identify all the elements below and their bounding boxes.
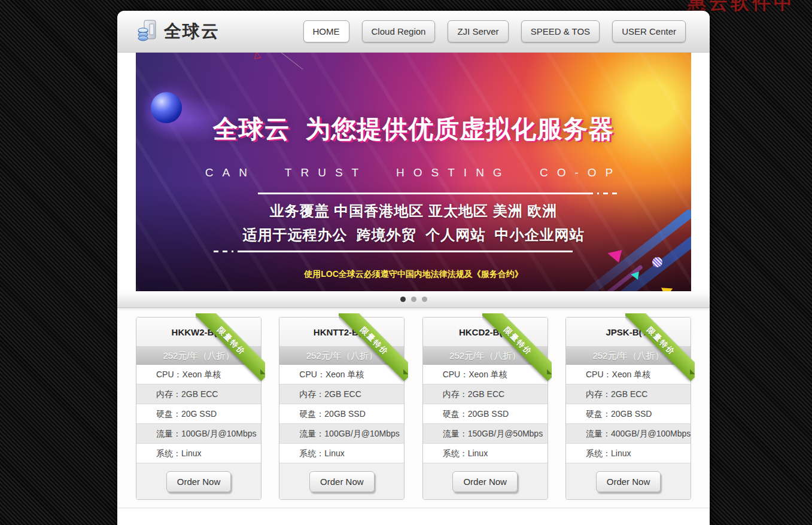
plan-price: 252元/年（八折） bbox=[566, 347, 691, 365]
plan-name: HKCD2-B(Y) bbox=[423, 318, 548, 347]
plan-card-footer: Order Now bbox=[423, 463, 548, 499]
carousel-dots bbox=[117, 291, 710, 308]
yellow-triangle-decoration bbox=[661, 283, 675, 291]
order-now-button[interactable]: Order Now bbox=[596, 471, 661, 492]
plan-spec-row: 系统：Linux bbox=[566, 444, 691, 463]
striped-circle-decoration bbox=[652, 257, 662, 267]
plan-spec-row: 内存：2GB ECC bbox=[566, 384, 691, 404]
site-header: 全球云 HOME Cloud Region ZJI Server SPEED &… bbox=[117, 11, 710, 53]
plan-spec-row: 内存：2GB ECC bbox=[423, 384, 548, 404]
plan-name: HKKW2-B(Y) bbox=[136, 318, 261, 347]
plan-card-jpsk: 限量特价 JPSK-B(Y) 252元/年（八折） CPU：Xeon 单核 内存… bbox=[565, 317, 691, 500]
carousel-dot-2[interactable] bbox=[411, 297, 416, 302]
plan-specs: CPU：Xeon 单核 内存：2GB ECC 硬盘：20GB SSD 流量：40… bbox=[566, 365, 691, 463]
plan-specs: CPU：Xeon 单核 内存：2GB ECC 硬盘：20GB SSD 流量：10… bbox=[279, 365, 404, 463]
plan-spec-row: CPU：Xeon 单核 bbox=[279, 365, 404, 384]
plans-section: 限量特价 HKKW2-B(Y) 252元/年（八折） CPU：Xeon 单核 内… bbox=[117, 308, 710, 508]
plan-spec-row: CPU：Xeon 单核 bbox=[566, 365, 691, 384]
plan-spec-row: 硬盘：20GB SSD bbox=[279, 404, 404, 424]
order-now-button[interactable]: Order Now bbox=[452, 471, 518, 492]
usecase-text: 适用于远程办公 跨境外贸 个人网站 中小企业网站 bbox=[136, 225, 691, 245]
banner-wrap: △ 全球云 为您提供优质虚拟化服务器 CAN TRUST HOSTING CO-… bbox=[117, 53, 710, 291]
plan-spec-row: 内存：2GB ECC bbox=[136, 384, 261, 404]
plan-spec-row: 流量：100GB/月@10Mbps bbox=[136, 424, 261, 444]
plan-spec-row: 硬盘：20GB SSD bbox=[566, 404, 691, 424]
divider-top bbox=[160, 193, 691, 194]
carousel-dot-3[interactable] bbox=[422, 297, 427, 302]
main-nav: HOME Cloud Region ZJI Server SPEED & TOS… bbox=[303, 20, 686, 42]
plan-card-footer: Order Now bbox=[566, 463, 691, 499]
notice-text: 使用LOC全球云必须遵守中国内地法律法规及《服务合约》 bbox=[136, 269, 691, 280]
plan-card-footer: Order Now bbox=[279, 463, 404, 499]
plan-spec-row: 流量：400GB/月@100Mbps bbox=[566, 424, 691, 444]
plan-price: 252元/年（八折） bbox=[279, 347, 404, 365]
carousel-dot-1[interactable] bbox=[400, 297, 406, 302]
plan-spec-row: 硬盘：20GB SSD bbox=[423, 404, 548, 424]
logo-text: 全球云 bbox=[164, 20, 220, 44]
plan-card-hkntt2: 限量特价 HKNTT2-B(Y) 252元/年（八折） CPU：Xeon 单核 … bbox=[279, 317, 405, 500]
hero-subtitle: CAN TRUST HOSTING CO-OP bbox=[136, 166, 691, 179]
plan-spec-row: 流量：100GB/月@10Mbps bbox=[279, 424, 404, 444]
plan-spec-row: CPU：Xeon 单核 bbox=[423, 365, 548, 384]
plan-name: JPSK-B(Y) bbox=[566, 318, 691, 347]
divider-bottom bbox=[136, 251, 671, 252]
plan-spec-row: 系统：Linux bbox=[136, 444, 261, 463]
plan-spec-row: 内存：2GB ECC bbox=[279, 384, 404, 404]
plan-spec-row: 流量：150GB/月@50Mbps bbox=[423, 424, 548, 444]
plan-card-hkkw2: 限量特价 HKKW2-B(Y) 252元/年（八折） CPU：Xeon 单核 内… bbox=[136, 317, 261, 500]
plan-spec-row: 系统：Linux bbox=[279, 444, 404, 463]
magenta-triangle-decoration bbox=[606, 247, 622, 263]
plan-specs: CPU：Xeon 单核 内存：2GB ECC 硬盘：20G SSD 流量：100… bbox=[136, 365, 261, 463]
order-now-button[interactable]: Order Now bbox=[166, 471, 232, 492]
plan-specs: CPU：Xeon 单核 内存：2GB ECC 硬盘：20GB SSD 流量：15… bbox=[423, 365, 548, 463]
plan-spec-row: CPU：Xeon 单核 bbox=[136, 365, 261, 384]
plans-row: 限量特价 HKKW2-B(Y) 252元/年（八折） CPU：Xeon 单核 内… bbox=[136, 317, 691, 500]
logo: 全球云 bbox=[138, 19, 220, 44]
server-database-icon bbox=[138, 19, 159, 44]
plan-name: HKNTT2-B(Y) bbox=[279, 318, 404, 347]
nav-item-cloud-region[interactable]: Cloud Region bbox=[362, 20, 436, 42]
hero-banner: △ 全球云 为您提供优质虚拟化服务器 CAN TRUST HOSTING CO-… bbox=[136, 53, 691, 291]
nav-item-home[interactable]: HOME bbox=[303, 20, 349, 42]
page-container: 全球云 HOME Cloud Region ZJI Server SPEED &… bbox=[117, 11, 710, 525]
plan-price: 252元/年（八折） bbox=[423, 347, 548, 365]
plan-card-hkcd2: 限量特价 HKCD2-B(Y) 252元/年（八折） CPU：Xeon 单核 内… bbox=[422, 317, 548, 500]
coverage-text: 业务覆盖 中国香港地区 亚太地区 美洲 欧洲 bbox=[136, 202, 691, 221]
plan-spec-row: 系统：Linux bbox=[423, 444, 548, 463]
plan-price: 252元/年（八折） bbox=[136, 347, 261, 365]
plan-spec-row: 硬盘：20G SSD bbox=[136, 404, 261, 424]
order-now-button[interactable]: Order Now bbox=[309, 471, 375, 492]
plan-card-footer: Order Now bbox=[136, 463, 261, 499]
page-footer-strip bbox=[117, 508, 710, 520]
nav-item-zji-server[interactable]: ZJI Server bbox=[448, 20, 508, 42]
nav-item-user-center[interactable]: USER Center bbox=[612, 20, 686, 42]
hero-title: 全球云 为您提供优质虚拟化服务器 bbox=[136, 53, 691, 146]
nav-item-speed-tos[interactable]: SPEED & TOS bbox=[521, 20, 600, 42]
